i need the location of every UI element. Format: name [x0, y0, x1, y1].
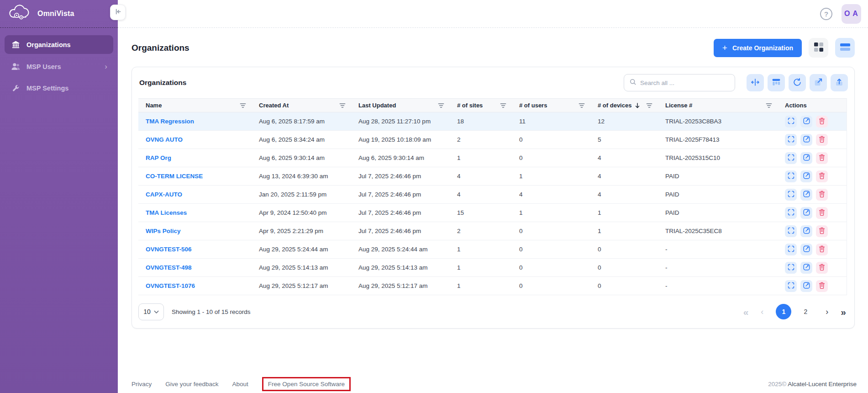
filter-icon[interactable]: [240, 103, 246, 108]
edit-row-button[interactable]: [800, 189, 812, 201]
column-label: # of devices: [598, 102, 631, 109]
avatar[interactable]: O A: [842, 4, 861, 24]
column-header-of-users[interactable]: # of users: [512, 102, 590, 109]
column-header-name[interactable]: Name: [138, 102, 252, 109]
delete-row-button[interactable]: [816, 116, 828, 127]
card-toolbar: [624, 74, 848, 91]
last-updated-cell: Jul 7, 2025 2:46:46 pm: [351, 209, 450, 216]
expand-row-button[interactable]: [785, 280, 797, 292]
edit-row-button[interactable]: [800, 244, 812, 255]
create-organization-label: Create Organization: [732, 44, 793, 52]
table-columns-button[interactable]: [768, 74, 785, 91]
next-page-button[interactable]: ›: [826, 308, 828, 316]
edit-row-button[interactable]: [800, 225, 812, 237]
expand-row-button[interactable]: [785, 170, 797, 182]
org-name-link[interactable]: WIPs Policy: [146, 228, 181, 234]
org-name-link[interactable]: TMA Licenses: [146, 209, 187, 216]
expand-row-button[interactable]: [785, 225, 797, 237]
delete-icon: [818, 154, 826, 163]
prev-page-button[interactable]: ‹: [761, 308, 763, 316]
footer-link-give-your-feedback[interactable]: Give your feedback: [165, 381, 218, 388]
sidebar-collapse-button[interactable]: [110, 5, 126, 20]
delete-row-button[interactable]: [816, 134, 828, 146]
expand-row-button[interactable]: [785, 189, 797, 201]
delete-row-button[interactable]: [816, 152, 828, 164]
export-button[interactable]: [831, 74, 848, 91]
edit-row-button[interactable]: [800, 262, 812, 274]
delete-icon: [818, 135, 826, 144]
page-button-1[interactable]: 1: [776, 304, 791, 319]
expand-row-button[interactable]: [785, 134, 797, 146]
actions-cell: [778, 116, 847, 127]
refresh-button[interactable]: [789, 74, 806, 91]
last-page-button[interactable]: »: [841, 307, 846, 317]
sidebar-item-msp-settings[interactable]: MSP Settings: [5, 79, 113, 97]
license-cell: TRIAL-20253C8BA3: [658, 118, 778, 125]
search-input[interactable]: [640, 80, 730, 86]
filter-icon[interactable]: [500, 103, 506, 108]
open-external-button[interactable]: [810, 74, 827, 91]
column-header-created-at[interactable]: Created At: [252, 102, 351, 109]
footer-link-privacy[interactable]: Privacy: [132, 381, 152, 388]
edit-row-button[interactable]: [800, 152, 812, 164]
column-resize-button[interactable]: [747, 74, 764, 91]
edit-row-button[interactable]: [800, 207, 812, 219]
edit-icon: [803, 135, 810, 144]
table-header-row: NameCreated AtLast Updated# of sites# of…: [138, 98, 847, 112]
edit-icon: [803, 154, 810, 163]
delete-row-button[interactable]: [816, 244, 828, 255]
org-name-link[interactable]: OVNGTEST-1076: [146, 282, 195, 289]
edit-row-button[interactable]: [800, 116, 812, 127]
expand-icon: [787, 154, 795, 163]
sidebar: OmniVista OrganizationsMSP Users›MSP Set…: [0, 0, 118, 393]
help-icon[interactable]: ?: [820, 8, 832, 20]
edit-row-button[interactable]: [800, 170, 812, 182]
org-name-link[interactable]: TMA Regression: [146, 118, 194, 125]
column-header-license[interactable]: License #: [658, 102, 778, 109]
org-name-link[interactable]: CO-TERM LICENSE: [146, 173, 203, 180]
filter-icon[interactable]: [438, 103, 444, 108]
page-button-2[interactable]: 2: [798, 304, 813, 319]
list-view-button[interactable]: [835, 38, 855, 58]
footer-link-about[interactable]: About: [232, 381, 248, 388]
delete-row-button[interactable]: [816, 189, 828, 201]
column-header-last-updated[interactable]: Last Updated: [351, 102, 450, 109]
column-header-of-sites[interactable]: # of sites: [450, 102, 512, 109]
sort-desc-icon[interactable]: [635, 102, 640, 109]
filter-icon[interactable]: [579, 103, 585, 108]
refresh-icon: [792, 77, 802, 89]
org-name-link[interactable]: RAP Org: [146, 154, 171, 161]
delete-row-button[interactable]: [816, 280, 828, 292]
expand-row-button[interactable]: [785, 116, 797, 127]
org-name-link[interactable]: OVNG AUTO: [146, 136, 183, 143]
delete-row-button[interactable]: [816, 170, 828, 182]
create-organization-button[interactable]: + Create Organization: [714, 39, 802, 57]
delete-row-button[interactable]: [816, 225, 828, 237]
sidebar-item-msp-users[interactable]: MSP Users›: [5, 57, 113, 76]
copyright-owner: Alcatel-Lucent Enterprise: [788, 381, 857, 388]
filter-icon[interactable]: [339, 103, 346, 108]
filter-icon[interactable]: [766, 103, 772, 108]
expand-row-button[interactable]: [785, 152, 797, 164]
sidebar-item-label: MSP Users: [26, 63, 61, 70]
first-page-button[interactable]: «: [743, 307, 749, 317]
delete-row-button[interactable]: [816, 262, 828, 274]
org-name-link[interactable]: OVNGTEST-506: [146, 246, 192, 253]
expand-row-button[interactable]: [785, 244, 797, 255]
page-size-select[interactable]: 10: [138, 303, 164, 320]
column-header-of-devices[interactable]: # of devices: [590, 102, 658, 109]
delete-row-button[interactable]: [816, 207, 828, 219]
filter-icon[interactable]: [646, 103, 652, 108]
grid-view-button[interactable]: [809, 38, 828, 58]
edit-row-button[interactable]: [800, 280, 812, 292]
sidebar-item-organizations[interactable]: Organizations: [5, 35, 113, 54]
edit-row-button[interactable]: [800, 134, 812, 146]
expand-row-button[interactable]: [785, 262, 797, 274]
column-label: License #: [665, 102, 692, 109]
footer-link-free-open-source-software[interactable]: Free Open Source Software: [262, 377, 351, 391]
org-name-link[interactable]: OVNGTEST-498: [146, 264, 192, 271]
column-label: Name: [146, 102, 162, 109]
org-name-link[interactable]: CAPX-AUTO: [146, 191, 182, 198]
license-cell: -: [658, 264, 778, 271]
expand-row-button[interactable]: [785, 207, 797, 219]
